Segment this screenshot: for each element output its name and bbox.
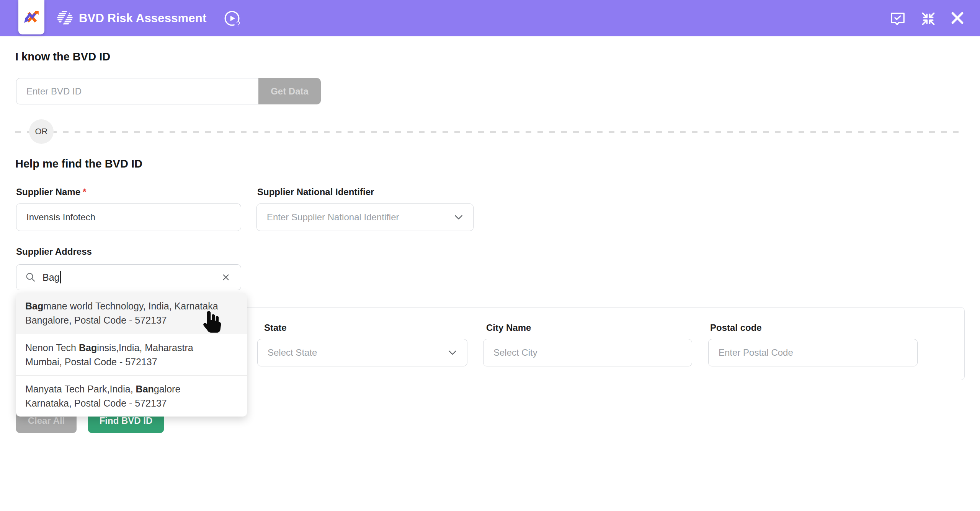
national-identifier-label: Supplier National Identifier [257, 187, 374, 197]
required-asterisk: * [83, 187, 86, 197]
clear-search-icon[interactable] [219, 271, 232, 284]
brand-stripes-icon [57, 11, 74, 25]
find-bvd-heading: Help me find the BVD ID [15, 158, 142, 170]
play-help-icon[interactable]: ? [224, 10, 241, 28]
feedback-icon[interactable] [889, 10, 906, 28]
supplier-name-input[interactable] [16, 203, 241, 231]
or-divider-line [15, 131, 965, 133]
city-input[interactable] [483, 339, 692, 366]
bvd-id-input-group: Get Data [16, 78, 321, 104]
bvd-risk-assessment-dialog: BVD Risk Assessment ? [0, 0, 980, 511]
know-bvd-heading: I know the BVD ID [15, 50, 110, 63]
app-logo [18, 0, 44, 34]
postal-code-input[interactable] [708, 339, 918, 366]
address-suggestion-2[interactable]: Nenon Tech Baginsis,India, Maharastra Mu… [16, 334, 247, 375]
state-select[interactable] [257, 339, 467, 366]
svg-text:?: ? [236, 20, 240, 28]
header-bar: BVD Risk Assessment ? [0, 0, 980, 36]
national-identifier-select[interactable] [256, 203, 474, 231]
search-icon [25, 272, 36, 283]
state-label: State [264, 322, 287, 333]
national-identifier-input[interactable] [256, 203, 474, 231]
city-label: City Name [486, 322, 531, 333]
collapse-icon[interactable] [920, 10, 937, 28]
page-title: BVD Risk Assessment [79, 0, 206, 36]
postal-code-label: Postal code [710, 322, 762, 333]
supplier-name-label: Supplier Name* [16, 187, 86, 197]
supplier-address-label: Supplier Address [16, 246, 92, 257]
supplier-address-search[interactable]: Bag [16, 264, 241, 290]
address-suggestion-3[interactable]: Manyata Tech Park,India, Bangalore Karna… [16, 375, 247, 417]
close-icon[interactable] [949, 9, 966, 27]
state-input[interactable] [257, 339, 467, 366]
or-divider-label: OR [29, 119, 54, 144]
bvd-id-input[interactable] [16, 78, 258, 104]
get-data-button[interactable]: Get Data [258, 78, 321, 104]
ax-logo-icon [23, 8, 40, 26]
address-query-text: Bag [42, 272, 59, 283]
hand-cursor-icon [201, 310, 222, 335]
text-caret [60, 271, 61, 283]
